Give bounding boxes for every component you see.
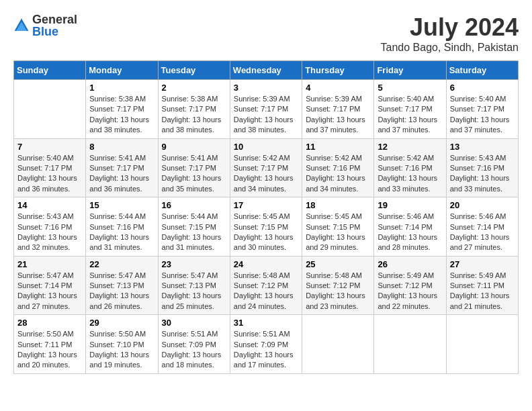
day-info: Sunrise: 5:50 AMSunset: 7:11 PMDaylight:… xyxy=(17,329,82,371)
calendar-cell xyxy=(14,80,86,139)
day-info: Sunrise: 5:38 AMSunset: 7:17 PMDaylight:… xyxy=(89,94,154,136)
day-number: 30 xyxy=(162,318,226,328)
calendar-cell: 17Sunrise: 5:45 AMSunset: 7:15 PMDayligh… xyxy=(230,197,302,257)
day-number: 2 xyxy=(162,83,226,93)
calendar-cell: 31Sunrise: 5:51 AMSunset: 7:09 PMDayligh… xyxy=(230,315,302,374)
calendar-cell: 26Sunrise: 5:49 AMSunset: 7:12 PMDayligh… xyxy=(374,256,446,315)
day-info: Sunrise: 5:44 AMSunset: 7:16 PMDaylight:… xyxy=(89,212,154,253)
day-info: Sunrise: 5:42 AMSunset: 7:17 PMDaylight:… xyxy=(234,153,298,195)
calendar-cell: 27Sunrise: 5:49 AMSunset: 7:11 PMDayligh… xyxy=(446,256,518,315)
day-number: 17 xyxy=(234,200,298,210)
calendar-cell: 16Sunrise: 5:44 AMSunset: 7:15 PMDayligh… xyxy=(158,197,230,257)
day-number: 31 xyxy=(234,318,298,328)
day-number: 18 xyxy=(306,200,370,210)
day-number: 29 xyxy=(89,318,154,328)
day-number: 15 xyxy=(89,200,154,210)
calendar-cell: 22Sunrise: 5:47 AMSunset: 7:13 PMDayligh… xyxy=(86,256,158,315)
week-row-5: 28Sunrise: 5:50 AMSunset: 7:11 PMDayligh… xyxy=(14,315,519,374)
day-number: 10 xyxy=(234,142,298,152)
weekday-header-saturday: Saturday xyxy=(446,61,518,80)
day-info: Sunrise: 5:51 AMSunset: 7:09 PMDaylight:… xyxy=(162,329,226,371)
day-number: 26 xyxy=(378,259,442,269)
calendar-cell: 28Sunrise: 5:50 AMSunset: 7:11 PMDayligh… xyxy=(14,315,86,374)
logo-text: General Blue xyxy=(32,13,77,38)
day-number: 23 xyxy=(162,259,226,269)
logo-general-label: General xyxy=(32,13,77,26)
weekday-header-tuesday: Tuesday xyxy=(158,61,230,80)
day-number: 19 xyxy=(378,200,442,210)
day-info: Sunrise: 5:50 AMSunset: 7:10 PMDaylight:… xyxy=(89,329,154,371)
calendar-cell: 23Sunrise: 5:47 AMSunset: 7:13 PMDayligh… xyxy=(158,256,230,315)
day-number: 12 xyxy=(378,142,442,152)
title-block: July 2024 Tando Bago, Sindh, Pakistan xyxy=(381,13,519,54)
day-info: Sunrise: 5:46 AMSunset: 7:14 PMDaylight:… xyxy=(450,212,515,253)
day-info: Sunrise: 5:46 AMSunset: 7:14 PMDaylight:… xyxy=(378,212,442,253)
calendar-cell: 15Sunrise: 5:44 AMSunset: 7:16 PMDayligh… xyxy=(86,197,158,257)
day-number: 25 xyxy=(306,259,370,269)
calendar-cell: 10Sunrise: 5:42 AMSunset: 7:17 PMDayligh… xyxy=(230,138,302,197)
logo-blue-label: Blue xyxy=(32,26,77,38)
weekday-header-row: SundayMondayTuesdayWednesdayThursdayFrid… xyxy=(14,61,519,80)
location-label: Tando Bago, Sindh, Pakistan xyxy=(381,42,519,54)
calendar-cell: 18Sunrise: 5:45 AMSunset: 7:15 PMDayligh… xyxy=(302,197,374,257)
calendar-cell: 3Sunrise: 5:39 AMSunset: 7:17 PMDaylight… xyxy=(230,80,302,139)
day-info: Sunrise: 5:40 AMSunset: 7:17 PMDaylight:… xyxy=(17,153,82,195)
calendar-cell: 14Sunrise: 5:43 AMSunset: 7:16 PMDayligh… xyxy=(14,197,86,257)
calendar-cell: 5Sunrise: 5:40 AMSunset: 7:17 PMDaylight… xyxy=(374,80,446,139)
calendar-cell xyxy=(302,315,374,374)
day-number: 5 xyxy=(378,83,442,93)
day-info: Sunrise: 5:40 AMSunset: 7:17 PMDaylight:… xyxy=(450,94,515,136)
day-info: Sunrise: 5:51 AMSunset: 7:09 PMDaylight:… xyxy=(234,329,298,371)
day-info: Sunrise: 5:44 AMSunset: 7:15 PMDaylight:… xyxy=(162,212,226,253)
calendar-cell: 25Sunrise: 5:48 AMSunset: 7:12 PMDayligh… xyxy=(302,256,374,315)
day-info: Sunrise: 5:47 AMSunset: 7:13 PMDaylight:… xyxy=(162,271,226,312)
day-number: 3 xyxy=(234,83,298,93)
logo-icon xyxy=(13,17,30,34)
weekday-header-monday: Monday xyxy=(86,61,158,80)
month-year-title: July 2024 xyxy=(381,13,519,42)
day-info: Sunrise: 5:39 AMSunset: 7:17 PMDaylight:… xyxy=(306,94,370,136)
calendar-cell: 19Sunrise: 5:46 AMSunset: 7:14 PMDayligh… xyxy=(374,197,446,257)
week-row-1: 1Sunrise: 5:38 AMSunset: 7:17 PMDaylight… xyxy=(14,80,519,139)
calendar-cell: 21Sunrise: 5:47 AMSunset: 7:14 PMDayligh… xyxy=(14,256,86,315)
day-info: Sunrise: 5:42 AMSunset: 7:16 PMDaylight:… xyxy=(378,153,442,195)
day-number: 8 xyxy=(89,142,154,152)
page-header: General Blue July 2024 Tando Bago, Sindh… xyxy=(13,13,519,54)
day-number: 27 xyxy=(450,259,515,269)
calendar-cell xyxy=(446,315,518,374)
day-info: Sunrise: 5:41 AMSunset: 7:17 PMDaylight:… xyxy=(162,153,226,195)
day-info: Sunrise: 5:48 AMSunset: 7:12 PMDaylight:… xyxy=(306,271,370,312)
day-number: 28 xyxy=(17,318,82,328)
day-info: Sunrise: 5:49 AMSunset: 7:12 PMDaylight:… xyxy=(378,271,442,312)
day-number: 6 xyxy=(450,83,515,93)
day-info: Sunrise: 5:42 AMSunset: 7:16 PMDaylight:… xyxy=(306,153,370,195)
day-info: Sunrise: 5:40 AMSunset: 7:17 PMDaylight:… xyxy=(378,94,442,136)
day-info: Sunrise: 5:47 AMSunset: 7:13 PMDaylight:… xyxy=(89,271,154,312)
day-number: 9 xyxy=(162,142,226,152)
week-row-3: 14Sunrise: 5:43 AMSunset: 7:16 PMDayligh… xyxy=(14,197,519,257)
day-number: 16 xyxy=(162,200,226,210)
day-number: 20 xyxy=(450,200,515,210)
calendar-cell: 1Sunrise: 5:38 AMSunset: 7:17 PMDaylight… xyxy=(86,80,158,139)
day-info: Sunrise: 5:43 AMSunset: 7:16 PMDaylight:… xyxy=(17,212,82,253)
day-number: 1 xyxy=(89,83,154,93)
day-info: Sunrise: 5:48 AMSunset: 7:12 PMDaylight:… xyxy=(234,271,298,312)
day-info: Sunrise: 5:45 AMSunset: 7:15 PMDaylight:… xyxy=(306,212,370,253)
calendar-cell: 12Sunrise: 5:42 AMSunset: 7:16 PMDayligh… xyxy=(374,138,446,197)
week-row-2: 7Sunrise: 5:40 AMSunset: 7:17 PMDaylight… xyxy=(14,138,519,197)
day-number: 21 xyxy=(17,259,82,269)
calendar-table: SundayMondayTuesdayWednesdayThursdayFrid… xyxy=(13,60,519,374)
calendar-cell: 8Sunrise: 5:41 AMSunset: 7:17 PMDaylight… xyxy=(86,138,158,197)
day-info: Sunrise: 5:47 AMSunset: 7:14 PMDaylight:… xyxy=(17,271,82,312)
calendar-cell: 24Sunrise: 5:48 AMSunset: 7:12 PMDayligh… xyxy=(230,256,302,315)
day-info: Sunrise: 5:38 AMSunset: 7:17 PMDaylight:… xyxy=(162,94,226,136)
calendar-cell xyxy=(374,315,446,374)
weekday-header-friday: Friday xyxy=(374,61,446,80)
logo: General Blue xyxy=(13,13,77,38)
calendar-cell: 6Sunrise: 5:40 AMSunset: 7:17 PMDaylight… xyxy=(446,80,518,139)
day-number: 24 xyxy=(234,259,298,269)
day-number: 4 xyxy=(306,83,370,93)
day-number: 14 xyxy=(17,200,82,210)
weekday-header-wednesday: Wednesday xyxy=(230,61,302,80)
day-info: Sunrise: 5:39 AMSunset: 7:17 PMDaylight:… xyxy=(234,94,298,136)
